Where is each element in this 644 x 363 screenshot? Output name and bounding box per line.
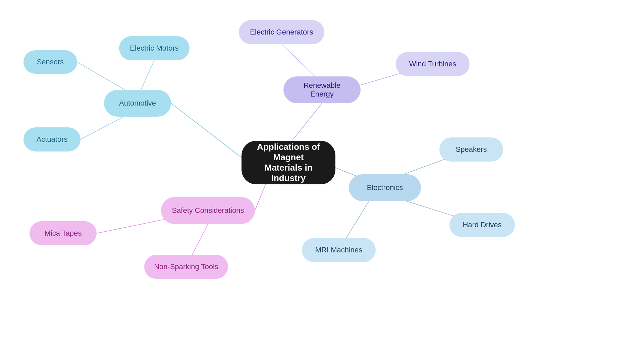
mica-label: Mica Tapes [45,229,82,238]
electric-motors-label: Electric Motors [130,44,178,53]
mri-label: MRI Machines [315,246,363,254]
safety-node: Safety Considerations [161,197,255,224]
hard-drives-label: Hard Drives [463,221,501,229]
non-sparking-label: Non-Sparking Tools [154,262,218,271]
center-label: Applications of MagnetMaterials in Indus… [250,142,327,183]
sensors-label: Sensors [37,58,64,66]
mri-node: MRI Machines [302,238,376,262]
wind-turbines-node: Wind Turbines [396,52,470,76]
electric-generators-label: Electric Generators [250,28,313,37]
center-node: Applications of MagnetMaterials in Indus… [241,141,335,184]
electronics-node: Electronics [349,174,421,201]
automotive-node: Automotive [104,90,171,117]
actuators-node: Actuators [23,127,80,152]
wind-turbines-label: Wind Turbines [409,60,457,68]
mica-node: Mica Tapes [30,221,97,245]
speakers-node: Speakers [439,137,503,162]
safety-label: Safety Considerations [172,206,244,215]
electric-motors-node: Electric Motors [119,36,190,60]
electric-generators-node: Electric Generators [239,20,324,44]
hard-drives-node: Hard Drives [449,213,515,237]
non-sparking-node: Non-Sparking Tools [144,255,228,279]
renewable-node: Renewable Energy [283,76,361,103]
sensors-node: Sensors [23,50,77,74]
speakers-label: Speakers [456,145,487,154]
svg-line-0 [171,103,241,158]
renewable-label: Renewable Energy [291,81,353,99]
electronics-label: Electronics [367,183,403,192]
actuators-label: Actuators [37,135,68,144]
automotive-label: Automotive [119,99,156,108]
